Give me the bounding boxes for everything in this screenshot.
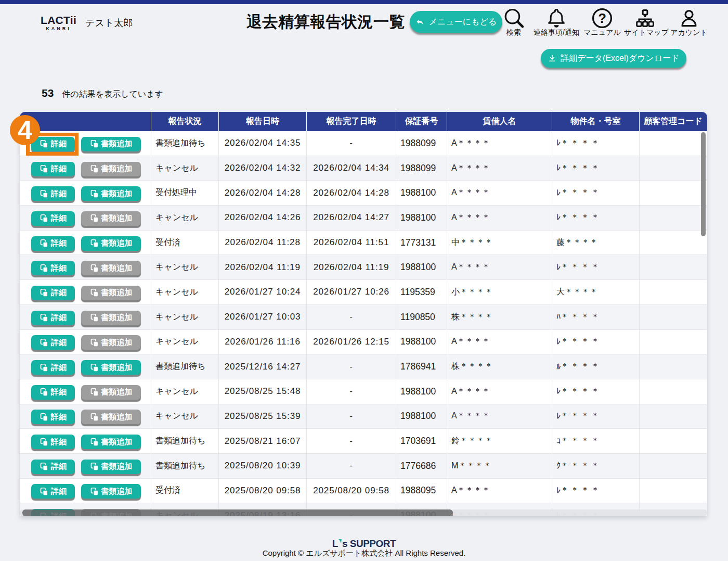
svg-text:?: ? (598, 11, 606, 26)
